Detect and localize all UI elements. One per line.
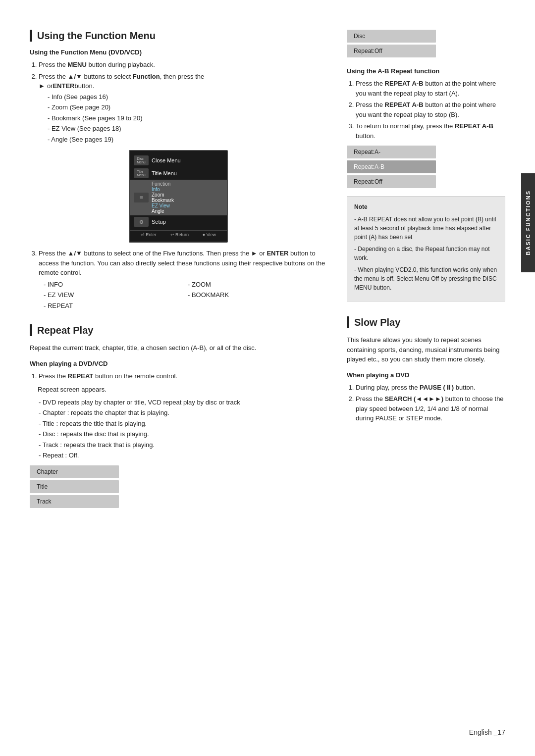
repeat-ui-boxes: Chapter Title Track (30, 465, 327, 508)
repeat-bullet-track: Track : repeats the track that is playin… (39, 440, 327, 450)
screen-bottom-view: ● View (203, 232, 216, 237)
subsection-when-playing: When playing a DVD/VCD (30, 360, 327, 367)
func-bookmark: - BOOKMARK (188, 290, 327, 300)
ui-box-track: Track (30, 495, 119, 508)
screen-row-function: ☰ Function Info Zoom Bookmark EZ View An… (130, 180, 227, 215)
ab-step-1: Press the REPEAT A-B button at the point… (356, 79, 505, 98)
col-left: Using the Function Menu Using the Functi… (30, 30, 327, 516)
ab-step-3: To return to normal play, press the REPE… (356, 121, 505, 141)
ui-box-repeat-a: Repeat:A- (347, 146, 436, 158)
section-title-slow: Slow Play (347, 316, 505, 328)
repeat-bullet-disc: Disc : repeats the disc that is playing. (39, 429, 327, 439)
footer-text: English _17 (469, 728, 505, 736)
ui-box-title: Title (30, 480, 119, 493)
ui-box-repeat-off-ab: Repeat:Off (347, 175, 436, 188)
slow-steps-list: During play, press the PAUSE (⏸) button.… (347, 383, 505, 423)
page-wrapper: BASIC FUNCTIONS Using the Function Menu … (0, 0, 535, 756)
func-empty (188, 301, 327, 311)
section-title-repeat: Repeat Play (30, 324, 327, 336)
bullet-angle: Angle (See pages 19) (48, 135, 327, 145)
repeat-screen-text: Repeat screen appears. (30, 385, 327, 395)
screen-label-titlemenu: Title Menu (152, 170, 177, 176)
repeat-step-1: Press the REPEAT button on the remote co… (39, 371, 327, 381)
screen-menu-angle: Angle (152, 208, 174, 214)
ab-steps-list: Press the REPEAT A-B button at the point… (347, 79, 505, 141)
func-repeat: - REPEAT (44, 301, 183, 311)
note-item-3: - When playing VCD2.0, this function wor… (354, 265, 498, 292)
screen-label-closemenu: Close Menu (152, 157, 181, 163)
function-grid: - INFO - ZOOM - EZ VIEW - BOOKMARK - REP… (39, 280, 327, 311)
bullet-zoom: Zoom (See page 20) (48, 102, 327, 112)
screen-row-closemenu: DiscMenu Close Menu (130, 154, 227, 167)
screen-row-setup: ⚙ Setup (130, 215, 227, 228)
screen-menu-ezview: EZ View (152, 203, 174, 208)
subsection-slow-dvd: When playing a DVD (347, 371, 505, 379)
screen-icon-function: ☰ (134, 193, 149, 202)
screen-row-titlemenu: TitleMenu Title Menu (130, 167, 227, 180)
bullet-info: Info (See pages 16) (48, 92, 327, 102)
slow-step-1: During play, press the PAUSE (⏸) button. (356, 383, 505, 393)
screen-bottom-enter: ⏎ Enter (141, 232, 157, 237)
side-tab: BASIC FUNCTIONS (521, 173, 535, 272)
screen-menu-info: Info (152, 187, 174, 192)
ui-box-repeat-off-top: Repeat:Off (347, 45, 436, 57)
screen-label-setup: Setup (152, 219, 166, 225)
section-title-using: Using the Function Menu (30, 30, 327, 42)
repeat-bullet-title: Title : repeats the title that is playin… (39, 419, 327, 429)
using-steps-list: Press the MENU button during playback. P… (30, 60, 327, 144)
subsection-ab-repeat: Using the A-B Repeat function (347, 67, 505, 75)
screen-mockup: DiscMenu Close Menu TitleMenu Title Menu… (129, 150, 228, 243)
using-step-1: Press the MENU button during playback. (39, 60, 327, 70)
repeat-steps-list: Press the REPEAT button on the remote co… (30, 371, 327, 381)
note-title: Note (354, 202, 498, 212)
footer: English _17 (469, 728, 505, 736)
func-ezview: - EZ VIEW (44, 290, 183, 300)
side-tab-label: BASIC FUNCTIONS (525, 190, 531, 255)
screen-icon-setup: ⚙ (134, 217, 149, 227)
ui-box-repeat-ab: Repeat:A-B (347, 160, 436, 173)
repeat-bullets: DVD repeats play by chapter or title, VC… (30, 398, 327, 460)
ab-ui-boxes: Repeat:A- Repeat:A-B Repeat:Off (347, 146, 505, 188)
right-top-ui-boxes: Disc Repeat:Off (347, 30, 505, 57)
screen-bottom-bar: ⏎ Enter ↩ Return ● View (130, 230, 227, 239)
note-box: Note - A-B REPEAT does not allow you to … (347, 196, 505, 302)
repeat-bullet-dvd: DVD repeats play by chapter or title, VC… (39, 398, 327, 407)
subsection-title-dvdvcd: Using the Function Menu (DVD/VCD) (30, 49, 327, 56)
slow-description: This feature allows you slowly to repeat… (347, 335, 505, 364)
bullet-bookmark: Bookmark (See pages 19 to 20) (48, 113, 327, 123)
repeat-bullet-chapter: Chapter : repeats the chapter that is pl… (39, 408, 327, 418)
func-zoom: - ZOOM (188, 280, 327, 290)
main-content: Using the Function Menu Using the Functi… (30, 30, 505, 516)
slow-step-2: Press the SEARCH (◄◄►►) button to choose… (356, 394, 505, 423)
ui-box-disc: Disc (347, 30, 436, 43)
repeat-description: Repeat the current track, chapter, title… (30, 343, 327, 353)
screen-menu-zoom: Zoom (152, 192, 174, 198)
screen-icon-title: TitleMenu (134, 168, 149, 178)
repeat-bullet-off: Repeat : Off. (39, 451, 327, 460)
note-item-2: - Depending on a disc, the Repeat functi… (354, 245, 498, 262)
ab-step-2: Press the REPEAT A-B button at the point… (356, 100, 505, 119)
using-step3-list: Press the ▲/▼ buttons to select one of t… (30, 249, 327, 310)
bullet-ezview: EZ View (See pages 18) (48, 124, 327, 134)
func-info: - INFO (44, 280, 183, 290)
screen-icon-disc: DiscMenu (134, 155, 149, 165)
using-step-2: Press the ▲/▼ buttons to select Function… (39, 72, 327, 145)
ui-box-chapter: Chapter (30, 465, 119, 478)
screen-label-function: Function (152, 181, 174, 187)
col-right: Disc Repeat:Off Using the A-B Repeat fun… (347, 30, 505, 516)
function-bullets: Info (See pages 16) Zoom (See page 20) B… (39, 92, 327, 145)
note-item-1: - A-B REPEAT does not allow you to set p… (354, 215, 498, 242)
screen-bottom-return: ↩ Return (170, 232, 189, 237)
using-step-3: Press the ▲/▼ buttons to select one of t… (39, 249, 327, 310)
screen-menu-bookmark: Bookmark (152, 198, 174, 203)
enter-arrow-item: or ENTER button. (39, 81, 327, 91)
